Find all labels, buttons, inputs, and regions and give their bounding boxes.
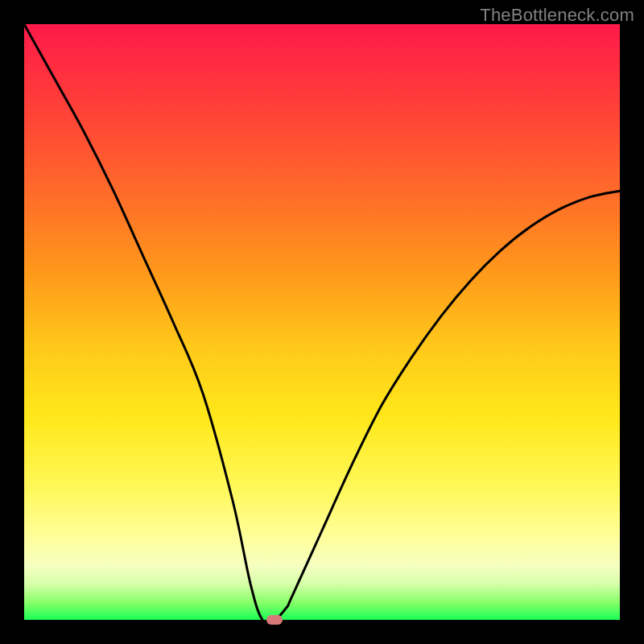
plot-area	[24, 24, 620, 620]
bottleneck-curve	[24, 24, 620, 620]
chart-frame: TheBottleneck.com	[0, 0, 644, 644]
watermark-text: TheBottleneck.com	[480, 5, 634, 26]
minimum-marker	[266, 615, 283, 625]
